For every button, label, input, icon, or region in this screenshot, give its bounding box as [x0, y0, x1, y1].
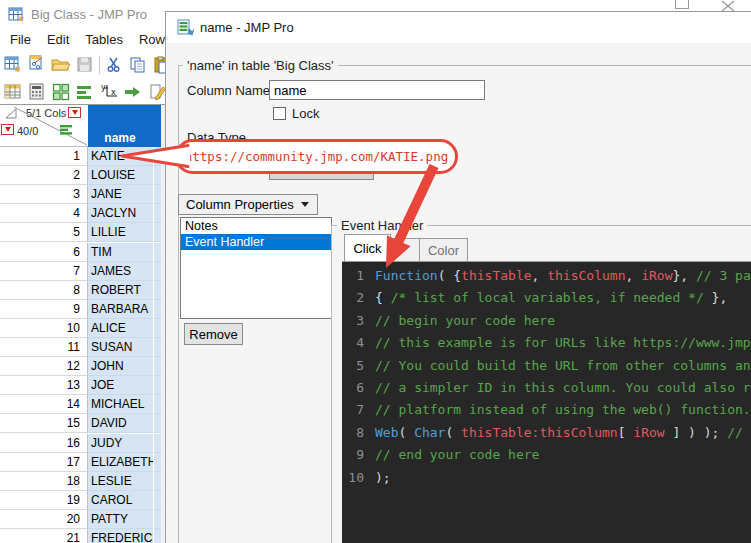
- calculator-icon[interactable]: [25, 81, 49, 103]
- column-list-icon[interactable]: [60, 124, 73, 135]
- data-table-icon[interactable]: [1, 81, 25, 103]
- save-icon[interactable]: [73, 54, 97, 76]
- column-name-input[interactable]: [269, 80, 485, 100]
- screen: Big Class - JMP Pro FileEditTablesRows y…: [0, 0, 751, 543]
- properties-listbox[interactable]: NotesEvent Handler: [180, 217, 332, 319]
- name-cell[interactable]: SUSAN: [88, 338, 153, 357]
- name-cell[interactable]: JOHN: [88, 357, 153, 376]
- row-number-cell[interactable]: 14: [0, 395, 88, 414]
- cut-icon[interactable]: [102, 54, 126, 76]
- row-number-cell[interactable]: 20: [0, 510, 88, 529]
- plot-axes-icon[interactable]: yx: [97, 81, 121, 103]
- name-cell[interactable]: LESLIE: [88, 472, 153, 491]
- name-cell[interactable]: JOE: [88, 376, 153, 395]
- table-row[interactable]: 15DAVID: [0, 414, 161, 433]
- name-cell[interactable]: ELIZABETH: [88, 453, 153, 472]
- row-number-cell[interactable]: 9: [0, 300, 88, 319]
- row-number-cell[interactable]: 12: [0, 357, 88, 376]
- dialog-titlebar[interactable]: name - JMP Pro: [166, 12, 751, 43]
- table-row[interactable]: 9BARBARA: [0, 300, 161, 319]
- row-number-cell[interactable]: 8: [0, 281, 88, 300]
- name-cell[interactable]: JUDY: [88, 434, 153, 453]
- align-bars-icon[interactable]: [73, 81, 97, 103]
- table-row[interactable]: 3JANE: [0, 185, 161, 204]
- name-cell[interactable]: ALICE: [88, 319, 153, 338]
- row-number-cell[interactable]: 6: [0, 243, 88, 262]
- row-number-cell[interactable]: 13: [0, 376, 88, 395]
- columns-menu-icon[interactable]: [68, 107, 81, 118]
- row-number-cell[interactable]: 7: [0, 262, 88, 281]
- name-cell[interactable]: JANE: [88, 185, 153, 204]
- table-row[interactable]: 21FREDERICK: [0, 529, 161, 543]
- name-cell[interactable]: TIM: [88, 243, 153, 262]
- menu-edit[interactable]: Edit: [39, 32, 77, 47]
- table-row[interactable]: 11SUSAN: [0, 338, 161, 357]
- row-number-cell[interactable]: 18: [0, 472, 88, 491]
- close-button[interactable]: [720, 0, 736, 12]
- column-header-label: name: [88, 131, 152, 145]
- table-row[interactable]: 12JOHN: [0, 357, 161, 376]
- name-cell[interactable]: CAROL: [88, 491, 153, 510]
- code-editor[interactable]: 1Function( {thisTable, thisColumn, iRow}…: [342, 261, 751, 543]
- name-cell[interactable]: KATIE: [88, 147, 153, 166]
- name-cell[interactable]: FREDERICK: [88, 529, 153, 543]
- table-row[interactable]: 2LOUISE: [0, 166, 161, 185]
- table-row[interactable]: 14MICHAEL: [0, 395, 161, 414]
- name-cell[interactable]: MICHAEL: [88, 395, 153, 414]
- name-cell[interactable]: PATTY: [88, 510, 153, 529]
- copy-icon[interactable]: [126, 54, 150, 76]
- name-cell[interactable]: DAVID: [88, 414, 153, 433]
- lock-checkbox[interactable]: [273, 107, 286, 120]
- column-properties-button[interactable]: Column Properties: [178, 194, 318, 215]
- table-row[interactable]: 7JAMES: [0, 262, 161, 281]
- name-cell[interactable]: LOUISE: [88, 166, 153, 185]
- table-row[interactable]: 10ALICE: [0, 319, 161, 338]
- table-row[interactable]: 16JUDY: [0, 434, 161, 453]
- table-rows: 1KATIE2LOUISE3JANE4JACLYN5LILLIE6TIM7JAM…: [0, 147, 161, 543]
- tab-click[interactable]: Click: [344, 234, 391, 261]
- row-number-cell[interactable]: 1: [0, 147, 88, 166]
- row-number-cell[interactable]: 16: [0, 434, 88, 453]
- row-number-cell[interactable]: 3: [0, 185, 88, 204]
- name-cell[interactable]: LILLIE: [88, 223, 153, 242]
- row-number-cell[interactable]: 10: [0, 319, 88, 338]
- row-number-cell[interactable]: 19: [0, 491, 88, 510]
- row-number-cell[interactable]: 4: [0, 204, 88, 223]
- menu-tables[interactable]: Tables: [77, 32, 131, 47]
- table-row[interactable]: 4JACLYN: [0, 204, 161, 223]
- row-number-cell[interactable]: 15: [0, 414, 88, 433]
- table-row[interactable]: 6TIM: [0, 243, 161, 262]
- row-number-cell[interactable]: 5: [0, 223, 88, 242]
- new-data-table-icon[interactable]: [1, 54, 25, 76]
- name-cell[interactable]: JAMES: [88, 262, 153, 281]
- row-number-cell[interactable]: 17: [0, 453, 88, 472]
- table-row[interactable]: 18LESLIE: [0, 472, 161, 491]
- row-number-cell[interactable]: 2: [0, 166, 88, 185]
- table-row[interactable]: 17ELIZABETH: [0, 453, 161, 472]
- table-row[interactable]: 20PATTY: [0, 510, 161, 529]
- property-item-notes[interactable]: Notes: [181, 218, 331, 234]
- maximize-button[interactable]: [675, 0, 689, 9]
- property-item-event-handler[interactable]: Event Handler: [181, 234, 331, 250]
- window-layout-icon[interactable]: [49, 81, 73, 103]
- name-cell[interactable]: JACLYN: [88, 204, 153, 223]
- name-cell[interactable]: BARBARA: [88, 300, 153, 319]
- table-row[interactable]: 13JOE: [0, 376, 161, 395]
- table-row[interactable]: 1KATIE: [0, 147, 161, 166]
- run-script-icon[interactable]: [121, 81, 145, 103]
- tab-color[interactable]: Color: [420, 238, 468, 261]
- remove-button[interactable]: Remove: [184, 323, 243, 345]
- tab-middle[interactable]: [391, 238, 420, 261]
- table-row[interactable]: 19CAROL: [0, 491, 161, 510]
- rows-menu-icon[interactable]: [1, 124, 14, 135]
- table-row[interactable]: 8ROBERT: [0, 281, 161, 300]
- disclosure-triangle-icon[interactable]: [5, 108, 18, 120]
- table-row[interactable]: 5LILLIE: [0, 223, 161, 242]
- row-number-cell[interactable]: 21: [0, 529, 88, 543]
- row-number-cell[interactable]: 11: [0, 338, 88, 357]
- open-folder-icon[interactable]: [49, 54, 73, 76]
- menu-file[interactable]: File: [2, 32, 39, 47]
- open-script-icon[interactable]: [25, 54, 49, 76]
- column-header-name[interactable]: name: [88, 105, 161, 147]
- name-cell[interactable]: ROBERT: [88, 281, 153, 300]
